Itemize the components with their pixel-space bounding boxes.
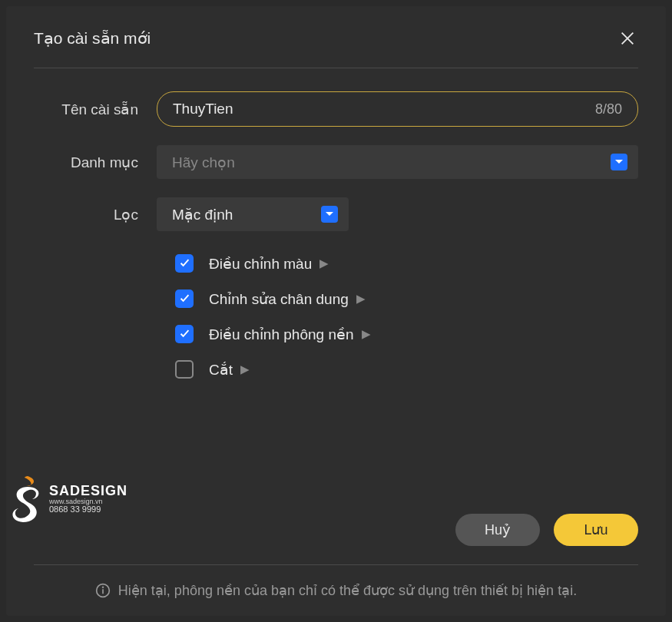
svg-point-4 [102,587,103,587]
filter-label: Lọc [34,206,157,223]
option-label: Cắt [209,361,233,379]
filter-value: Mặc định [172,206,321,223]
chevron-right-icon: ▶ [240,362,250,376]
watermark-phone: 0868 33 9999 [49,505,127,514]
checkbox-checked-icon [175,254,194,273]
chevron-right-icon: ▶ [319,256,329,270]
create-preset-dialog: Tạo cài sẵn mới Tên cài sẵn 8/80 Danh mụ… [6,6,666,616]
options-group: Điều chỉnh màu ▶ Chỉnh sửa chân dung ▶ Đ… [34,250,638,379]
preset-name-input[interactable] [173,101,595,117]
filter-select[interactable]: Mặc định [157,197,349,231]
preset-name-label: Tên cài sẵn [34,101,157,118]
option-background-adjust[interactable]: Điều chỉnh phông nền ▶ [175,325,638,343]
cancel-button[interactable]: Huỷ [455,514,540,546]
checkbox-unchecked-icon [175,360,194,379]
dialog-title: Tạo cài sẵn mới [34,29,151,48]
option-color-adjust[interactable]: Điều chỉnh màu ▶ [175,254,638,273]
category-row: Danh mục Hãy chọn [34,145,638,179]
option-portrait-edit[interactable]: Chỉnh sửa chân dung ▶ [175,289,638,308]
logo-icon [11,476,45,522]
checkbox-checked-icon [175,325,194,343]
preset-name-row: Tên cài sẵn 8/80 [34,91,638,127]
checkbox-checked-icon [175,289,194,308]
notice-bar: Hiện tại, phông nền của bạn chỉ có thể đ… [6,565,666,616]
preset-name-input-wrap[interactable]: 8/80 [157,91,638,127]
filter-row: Lọc Mặc định [34,197,638,231]
chevron-down-icon [611,154,627,170]
chevron-down-icon [321,206,338,223]
option-label: Chỉnh sửa chân dung [209,290,349,308]
chevron-right-icon: ▶ [362,327,371,341]
notice-text: Hiện tại, phông nền của bạn chỉ có thể đ… [118,582,577,599]
dialog-body: Tên cài sẵn 8/80 Danh mục Hãy chọn L [6,68,666,506]
category-select[interactable]: Hãy chọn [157,145,638,179]
option-label: Điều chỉnh màu [209,255,312,273]
dialog-header: Tạo cài sẵn mới [6,6,666,68]
close-icon [619,30,636,47]
option-label: Điều chỉnh phông nền [209,326,354,343]
category-label: Danh mục [34,154,157,171]
watermark-text: SADESIGN www.sadesign.vn 0868 33 9999 [49,484,127,514]
category-placeholder: Hãy chọn [172,154,611,171]
info-icon [95,583,111,598]
watermark-brand: SADESIGN [49,484,127,498]
watermark: SADESIGN www.sadesign.vn 0868 33 9999 [11,476,127,522]
close-button[interactable] [617,28,638,49]
chevron-right-icon: ▶ [356,292,366,306]
char-count: 8/80 [595,101,622,117]
option-crop[interactable]: Cắt ▶ [175,360,638,379]
save-button[interactable]: Lưu [554,514,638,546]
